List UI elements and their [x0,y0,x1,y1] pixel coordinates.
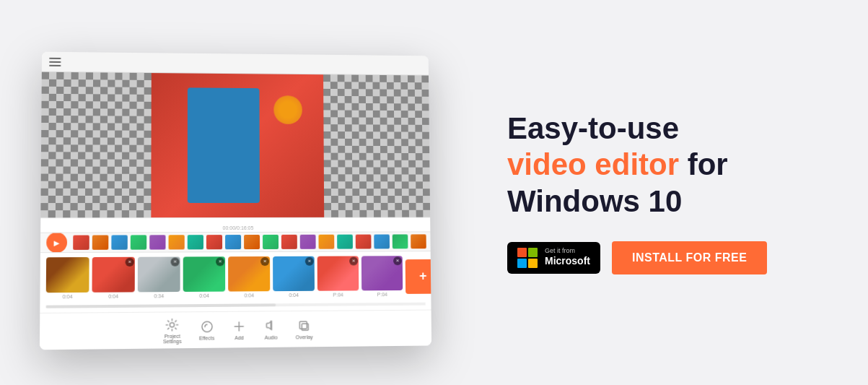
text-content: Easy-to-use video editor for Windows 10 … [464,111,825,274]
toolbar-label: ProjectSettings [163,333,182,344]
headline-line2-rest: for [679,147,728,181]
clip-item[interactable]: × P:04 [361,256,403,297]
timeline-thumb [263,235,279,249]
app-screenshot: 00:00/0:16:05 [40,52,431,350]
ms-get-label: Get it from [545,248,590,254]
page-container: 00:00/0:16:05 [0,0,868,385]
timeline-thumb [337,235,353,249]
timeline-thumb [188,235,203,249]
timeline-area: 00:00/0:16:05 [40,217,431,313]
remove-clip-icon[interactable]: × [305,257,314,266]
clip-item[interactable]: 0:04 [46,257,89,299]
effects-icon [199,319,214,334]
timeline-bar [40,231,431,253]
ms-blue-cell [517,259,527,268]
remove-clip-icon[interactable]: × [349,256,358,265]
video-right-panel [323,74,430,217]
playhead [46,233,67,254]
timeline-thumb [393,234,408,248]
install-button[interactable]: INSTALL FOR FREE [612,241,767,274]
timeline-thumb [73,235,89,250]
toolbar-audio[interactable]: Audio [264,319,279,339]
timeline-thumb [356,235,372,249]
microsoft-badge-text: Get it from Microsoft [545,248,590,267]
timeline-thumb [318,235,334,249]
timeline-thumb [92,235,109,250]
clip-item[interactable]: × 0:04 [228,256,270,298]
toolbar-add[interactable]: Add [232,319,246,341]
video-left-panel [40,72,152,218]
headline-line1: Easy-to-use [507,111,679,145]
cta-row: Get it from Microsoft INSTALL FOR FREE [507,241,825,274]
timeline-thumb [149,235,165,249]
clip-item[interactable]: × P:04 [317,256,359,297]
ms-yellow-cell [528,259,538,268]
ms-brand-label: Microsoft [545,254,590,267]
timeline-thumb [169,235,185,249]
scrollbar-thumb [46,303,276,308]
toolbar-label: Audio [265,335,278,340]
headline-highlight: video editor [507,147,679,181]
remove-clip-icon[interactable]: × [260,257,269,266]
add-icon [232,319,246,334]
remove-clip-icon[interactable]: × [126,258,134,267]
toolbar-effects[interactable]: Effects [199,319,214,341]
clip-item[interactable]: × 0:04 [183,256,225,298]
svg-rect-2 [300,321,307,329]
svg-point-1 [202,321,212,332]
remove-clip-icon[interactable]: × [216,257,224,266]
menu-icon [49,57,61,66]
toolbar-label: Overlay [296,334,313,339]
video-center-panel [151,73,324,217]
video-preview [40,72,430,218]
screenshot-wrapper: 00:00/0:16:05 [29,38,455,347]
clips-row: 0:04 × 0:04 × 0:34 [40,251,431,304]
svg-point-0 [170,322,175,326]
headline: Easy-to-use video editor for Windows 10 [507,111,825,220]
toolbar-project-settings[interactable]: ProjectSettings [163,317,182,344]
timeline-thumb [131,235,146,249]
clip-item[interactable]: × 0:04 [273,256,315,298]
remove-clip-icon[interactable]: × [171,258,180,267]
clip-item[interactable]: × 0:34 [138,256,180,298]
remove-clip-icon[interactable]: × [393,256,402,265]
overlay-icon [297,319,312,333]
app-toolbar: ProjectSettings Effects [40,310,431,350]
microsoft-badge[interactable]: Get it from Microsoft [507,242,600,274]
toolbar-overlay[interactable]: Overlay [296,319,313,339]
timeline-thumb [206,235,222,249]
timeline-thumb [411,234,426,248]
ms-red-cell [517,248,527,257]
settings-icon [165,317,180,332]
timeline-thumb [281,235,297,249]
ms-green-cell [528,248,538,257]
timeline-thumb [374,235,390,249]
timeline-thumb [225,235,241,249]
microsoft-logo [517,248,538,268]
toolbar-label: Add [234,335,244,340]
clip-item[interactable]: × 0:04 [92,257,134,299]
timeline-thumb [300,235,316,249]
audio-icon [264,319,279,333]
add-clip-button[interactable] [405,259,431,293]
toolbar-label: Effects [199,335,214,340]
headline-line3: Windows 10 [507,184,682,218]
timeline-thumb [111,235,127,249]
timeline-thumb [244,235,260,249]
